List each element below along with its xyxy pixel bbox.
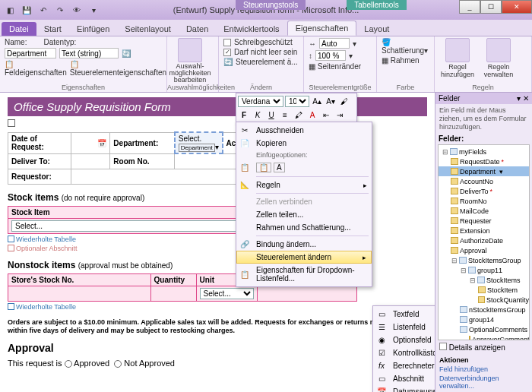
calendar-icon[interactable]: 📅 <box>97 139 106 147</box>
notapproved-radio[interactable] <box>114 360 122 368</box>
margins-button[interactable]: ▦ Seitenränder <box>309 62 361 71</box>
menu-cut[interactable]: ✂Ausschneiden <box>236 124 372 137</box>
tab-properties[interactable]: Eigenschaften <box>287 21 357 36</box>
group-choices-label: Auswahlmöglichkeiten <box>167 84 218 91</box>
sub-listbox[interactable]: ☰Listenfeld <box>373 321 435 334</box>
app-icon: ◧ <box>3 3 17 17</box>
approved-radio[interactable] <box>65 360 72 368</box>
notempty-label: Darf nicht leer sein <box>234 48 297 56</box>
details-checkbox[interactable] <box>439 343 447 350</box>
shrink-font-icon[interactable]: A▾ <box>325 95 337 107</box>
actions-heading: Aktionen <box>439 356 469 364</box>
menu-borders[interactable]: Rahmen und Schattierung... <box>236 221 372 234</box>
menu-change-control[interactable]: Steuerelement ändern <box>236 251 372 264</box>
listbox-icon: ☰ <box>376 322 387 333</box>
height-icon: ↕ <box>309 52 312 60</box>
width-input[interactable] <box>319 38 350 49</box>
edit-choices-button[interactable]: Auswahl- möglichkeiten bearbeiten <box>172 38 208 84</box>
bold-icon[interactable]: F <box>238 109 250 121</box>
undo-icon[interactable]: ↶ <box>36 3 50 17</box>
tab-layout[interactable]: Layout <box>356 22 397 36</box>
name-input[interactable] <box>5 48 56 58</box>
tab-start[interactable]: Start <box>36 22 69 36</box>
width-icon: ↔ <box>309 40 316 48</box>
maximize-button[interactable]: ☐ <box>480 0 502 14</box>
align-icon[interactable]: ≡ <box>279 109 291 121</box>
field-props-button[interactable]: 📋 Feldeigenschaften <box>5 60 67 77</box>
refresh-icon[interactable]: 🔄 <box>122 49 131 58</box>
borders-button[interactable]: ▦ Rahmen <box>382 56 420 65</box>
save-icon[interactable]: 💾 <box>20 3 33 17</box>
data-connections-link[interactable]: Datenverbindungen verwalten... <box>439 375 528 390</box>
shading-button[interactable]: 🪣 Schattierung▾ <box>382 38 429 55</box>
repeating-table-tag-2[interactable]: Wiederholte Tabelle <box>8 303 427 311</box>
dept-dropdown[interactable]: Select. Department▾ <box>179 134 219 151</box>
notempty-checkbox[interactable] <box>223 49 231 56</box>
copy-icon: 📄 <box>239 138 250 149</box>
rules-icon: 📐 <box>239 180 250 191</box>
requestor-label: Requestor: <box>8 169 71 184</box>
menu-copy[interactable]: 📄Kopieren <box>236 137 372 150</box>
close-button[interactable]: ✕ <box>502 0 532 14</box>
tab-insert[interactable]: Einfügen <box>69 22 117 36</box>
height-input[interactable] <box>315 50 346 61</box>
request-is-label: This request is <box>8 359 62 368</box>
format-painter-icon[interactable]: 🖌 <box>338 95 350 107</box>
grow-font-icon[interactable]: A▴ <box>311 95 323 107</box>
add-field-link[interactable]: Feld hinzufügen <box>439 365 528 373</box>
control-props-button[interactable]: 📋 Steuerelementeigenschaften <box>70 60 166 77</box>
sub-calc[interactable]: fxBerechneter Wert <box>373 359 435 372</box>
add-rule-button[interactable]: Regel hinzufügen <box>439 38 476 78</box>
paste-options-header: Einfügeoptionen: <box>236 150 372 160</box>
menu-split-cells[interactable]: Zellen teilen... <box>236 208 372 221</box>
preview-icon[interactable]: 👁 <box>70 3 84 17</box>
ribbon-tabs: Datei Start Einfügen Seitenlayout Daten … <box>0 20 532 36</box>
cut-icon: ✂ <box>239 125 250 136</box>
pane-close-icon[interactable]: ▾ ✕ <box>517 94 529 103</box>
sub-date[interactable]: 📅Datumsauswahl <box>373 385 435 392</box>
indent-inc-icon[interactable]: ⇥ <box>334 109 346 121</box>
disclaimer-text: Orders are subject to a $10.00 minimum. … <box>8 318 427 336</box>
datentyp-input[interactable] <box>59 48 119 58</box>
add-rule-icon <box>445 38 470 62</box>
approval-heading: Approval <box>8 342 427 354</box>
menu-rules[interactable]: 📐Regeln <box>236 179 372 191</box>
minimize-button[interactable]: _ <box>459 0 480 14</box>
readonly-checkbox[interactable] <box>223 39 231 46</box>
unit-select[interactable]: Select... <box>200 288 254 299</box>
date-icon: 📅 <box>376 387 387 393</box>
tab-developer[interactable]: Entwicklertools <box>216 22 287 36</box>
tab-pagelayout[interactable]: Seitenlayout <box>117 22 179 36</box>
change-control-label[interactable]: Steuerelement ä... <box>236 58 298 66</box>
pane-fields-label: Felder: <box>435 133 532 144</box>
change-control-icon[interactable]: 🔄 <box>223 58 233 66</box>
manage-rules-button[interactable]: Regeln verwalten <box>480 38 517 78</box>
tab-data[interactable]: Daten <box>179 22 216 36</box>
fields-tree[interactable]: ⊟myFields RequestDate* Department ▾ Acco… <box>438 144 530 340</box>
change-control-submenu: ▭Textfeld ☰Listenfeld ◉Optionsfeld ☑Kont… <box>372 305 435 392</box>
highlight-icon[interactable]: 🖍 <box>293 109 305 121</box>
room-label: Room No. <box>110 153 175 169</box>
menu-dropdown-props[interactable]: 📋Eigenschaften für Dropdown-Listenfeld..… <box>236 264 372 285</box>
underline-icon[interactable]: U <box>265 109 277 121</box>
sub-option[interactable]: ◉Optionsfeld <box>373 334 435 346</box>
sub-textfield[interactable]: ▭Textfeld <box>373 308 435 321</box>
fontcolor-icon[interactable]: A <box>306 109 318 121</box>
paste-icon: 📋 <box>239 163 250 173</box>
tab-file[interactable]: Datei <box>2 22 36 36</box>
sub-checkbox[interactable]: ☑Kontrollkästchen <box>373 346 435 359</box>
indent-dec-icon[interactable]: ⇤ <box>320 109 332 121</box>
sub-section[interactable]: ▭Abschnitt <box>373 372 435 385</box>
redo-icon[interactable]: ↷ <box>53 3 67 17</box>
fields-pane: Felder▾ ✕ Ein Feld mit der Maus ziehen, … <box>435 93 532 392</box>
form-canvas[interactable]: Office Supply Requisition Form Date of R… <box>0 93 435 392</box>
menu-paste-options[interactable]: 📋📋A <box>236 160 372 175</box>
menu-merge-cells[interactable]: Zellen verbinden <box>236 195 372 208</box>
menu-change-binding[interactable]: 🔗Bindung ändern... <box>236 238 372 251</box>
font-combo[interactable]: Verdana <box>238 96 283 107</box>
anchor-handle[interactable] <box>8 119 15 127</box>
qat-dropdown-icon[interactable]: ▾ <box>87 3 100 17</box>
fontsize-combo[interactable]: 10 <box>285 96 309 107</box>
mini-toolbar: Verdana 10 A▴ A▾ 🖌 F K U ≡ 🖍 A ⇤ ⇥ <box>236 93 357 125</box>
italic-icon[interactable]: K <box>252 109 264 121</box>
